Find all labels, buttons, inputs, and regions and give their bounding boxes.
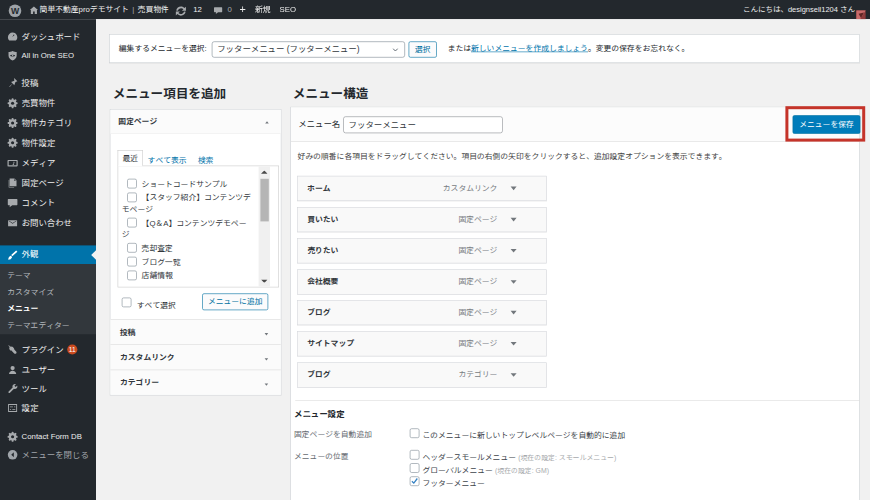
svg-text:W: W	[11, 6, 20, 16]
